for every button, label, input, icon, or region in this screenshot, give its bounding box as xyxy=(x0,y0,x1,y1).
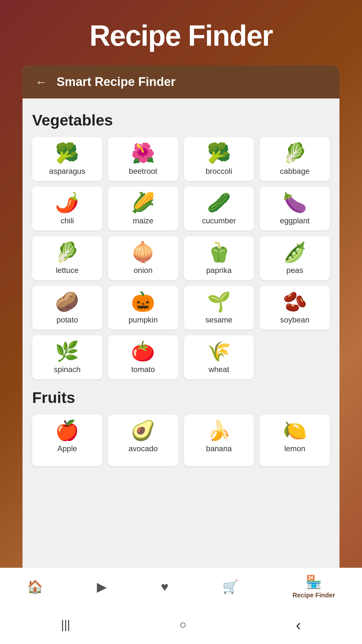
main-card: ← Smart Recipe Finder Vegetables 🥦 aspar… xyxy=(23,65,339,583)
nav-home[interactable]: 🏠 xyxy=(27,579,43,594)
item-lemon[interactable]: 🍋 lemon xyxy=(260,415,330,466)
cabbage-label: cabbage xyxy=(280,167,310,176)
item-paprika[interactable]: 🫑 paprika xyxy=(184,236,254,280)
card-body: Vegetables 🥦 asparagus 🌺 beetroot 🥦 broc… xyxy=(23,98,339,583)
system-home-button[interactable]: ○ xyxy=(180,618,187,631)
item-lettuce[interactable]: 🥬 lettuce xyxy=(32,236,102,280)
system-nav: ||| ○ ‹ xyxy=(0,605,362,644)
bottom-nav: 🏠 ▶ ♥ 🛒 🏪 Recipe Finder xyxy=(0,568,362,605)
potato-label: potato xyxy=(57,315,78,324)
paprika-label: paprika xyxy=(206,266,232,275)
nav-recipe-finder-label: Recipe Finder xyxy=(292,592,335,599)
fruits-grid: 🍎 Apple 🥑 avocado 🍌 banana 🍋 lemon xyxy=(32,415,330,466)
item-onion[interactable]: 🧅 onion xyxy=(108,236,178,280)
nav-recipe-finder[interactable]: 🏪 Recipe Finder xyxy=(292,574,335,599)
heart-icon: ♥ xyxy=(161,580,169,594)
asparagus-icon: 🥦 xyxy=(55,144,79,163)
tomato-label: tomato xyxy=(131,365,155,374)
lemon-label: lemon xyxy=(284,444,305,453)
item-spinach[interactable]: 🌿 spinach xyxy=(32,335,102,379)
banana-label: banana xyxy=(206,444,232,453)
item-eggplant[interactable]: 🍆 eggplant xyxy=(260,187,330,230)
item-peas[interactable]: 🫛 peas xyxy=(260,236,330,280)
lemon-icon: 🍋 xyxy=(283,421,307,440)
beetroot-icon: 🌺 xyxy=(131,144,155,163)
item-beetroot[interactable]: 🌺 beetroot xyxy=(108,137,178,181)
chili-icon: 🌶️ xyxy=(55,193,79,212)
maize-icon: 🌽 xyxy=(131,193,155,212)
back-button[interactable]: ← xyxy=(35,75,47,89)
cucumber-icon: 🥒 xyxy=(207,193,231,212)
peas-label: peas xyxy=(286,266,303,275)
nav-cart[interactable]: 🛒 xyxy=(222,579,238,594)
chili-label: chili xyxy=(60,216,74,225)
empty-slot xyxy=(260,335,330,379)
tomato-icon: 🍅 xyxy=(131,342,155,361)
soybean-icon: 🫘 xyxy=(283,292,307,312)
wheat-icon: 🌾 xyxy=(207,342,231,361)
store-icon: 🏪 xyxy=(306,574,322,590)
section-fruits: Fruits xyxy=(32,389,330,406)
system-lines-button[interactable]: ||| xyxy=(61,618,70,631)
lettuce-icon: 🥬 xyxy=(55,243,79,262)
asparagus-label: asparagus xyxy=(49,167,85,176)
eggplant-icon: 🍆 xyxy=(283,193,307,212)
maize-label: maize xyxy=(133,216,153,225)
item-avocado[interactable]: 🥑 avocado xyxy=(108,415,178,466)
apple-icon: 🍎 xyxy=(55,421,79,440)
vegetables-grid: 🥦 asparagus 🌺 beetroot 🥦 broccoli 🥬 cabb… xyxy=(32,137,330,379)
item-soybean[interactable]: 🫘 soybean xyxy=(260,286,330,330)
potato-icon: 🥔 xyxy=(55,292,79,312)
avocado-label: avocado xyxy=(128,444,158,453)
sesame-label: sesame xyxy=(205,315,232,324)
onion-icon: 🧅 xyxy=(131,243,155,262)
onion-label: onion xyxy=(134,266,153,275)
item-potato[interactable]: 🥔 potato xyxy=(32,286,102,330)
item-tomato[interactable]: 🍅 tomato xyxy=(108,335,178,379)
banana-icon: 🍌 xyxy=(207,421,231,440)
home-icon: 🏠 xyxy=(27,579,43,594)
lettuce-label: lettuce xyxy=(56,266,79,275)
paprika-icon: 🫑 xyxy=(207,243,231,262)
system-back-button[interactable]: ‹ xyxy=(296,616,301,634)
item-sesame[interactable]: 🌱 sesame xyxy=(184,286,254,330)
broccoli-label: broccoli xyxy=(206,167,232,176)
pumpkin-label: pumpkin xyxy=(128,315,158,324)
pumpkin-icon: 🎃 xyxy=(131,292,155,312)
cabbage-icon: 🥬 xyxy=(283,144,307,163)
section-vegetables: Vegetables xyxy=(32,111,330,129)
item-cabbage[interactable]: 🥬 cabbage xyxy=(260,137,330,181)
sesame-icon: 🌱 xyxy=(207,292,231,312)
item-wheat[interactable]: 🌾 wheat xyxy=(184,335,254,379)
apple-label: Apple xyxy=(57,444,77,453)
cart-icon: 🛒 xyxy=(222,579,238,594)
nav-play[interactable]: ▶ xyxy=(97,579,107,594)
item-banana[interactable]: 🍌 banana xyxy=(184,415,254,466)
beetroot-label: beetroot xyxy=(129,167,157,176)
avocado-icon: 🥑 xyxy=(131,421,155,440)
card-header-title: Smart Recipe Finder xyxy=(57,75,176,89)
cucumber-label: cucumber xyxy=(202,216,236,225)
broccoli-icon: 🥦 xyxy=(207,144,231,163)
peas-icon: 🫛 xyxy=(283,243,307,262)
item-cucumber[interactable]: 🥒 cucumber xyxy=(184,187,254,230)
item-maize[interactable]: 🌽 maize xyxy=(108,187,178,230)
spinach-label: spinach xyxy=(54,365,81,374)
app-title: Recipe Finder xyxy=(0,0,362,65)
item-asparagus[interactable]: 🥦 asparagus xyxy=(32,137,102,181)
nav-favorites[interactable]: ♥ xyxy=(161,580,169,594)
play-icon: ▶ xyxy=(97,579,107,594)
item-broccoli[interactable]: 🥦 broccoli xyxy=(184,137,254,181)
item-chili[interactable]: 🌶️ chili xyxy=(32,187,102,230)
eggplant-label: eggplant xyxy=(280,216,310,225)
spinach-icon: 🌿 xyxy=(55,342,79,361)
item-pumpkin[interactable]: 🎃 pumpkin xyxy=(108,286,178,330)
item-apple[interactable]: 🍎 Apple xyxy=(32,415,102,466)
wheat-label: wheat xyxy=(209,365,229,374)
soybean-label: soybean xyxy=(280,315,310,324)
card-header: ← Smart Recipe Finder xyxy=(23,65,339,98)
